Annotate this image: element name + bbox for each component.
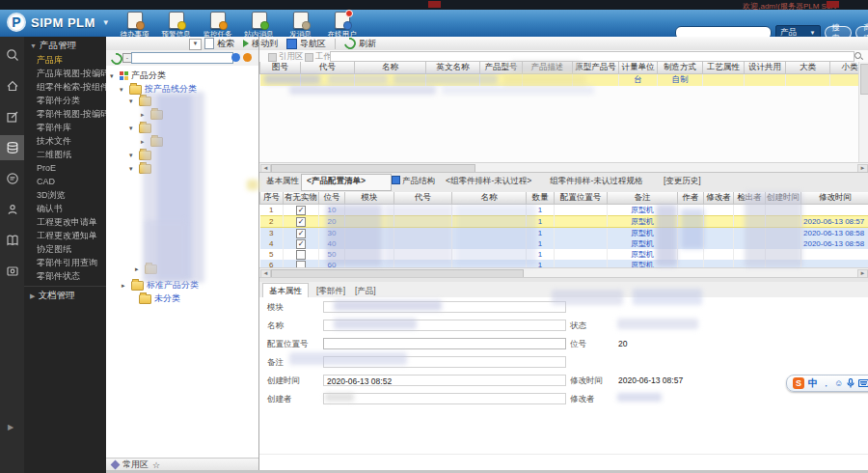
sidebar-section-documents[interactable]: ▶文档管理 bbox=[24, 286, 106, 303]
search-icon[interactable] bbox=[854, 52, 863, 61]
column-header[interactable]: 代号 bbox=[301, 62, 355, 74]
mid-tab-2[interactable]: <产品配置清单> bbox=[307, 176, 366, 187]
alert-doc-icon bbox=[169, 12, 184, 29]
titlebar-close-icon[interactable] bbox=[827, 1, 839, 8]
column-header[interactable]: 作者 bbox=[678, 192, 704, 205]
mid-tab-6[interactable]: [变更历史] bbox=[664, 176, 701, 187]
cell bbox=[704, 238, 734, 249]
column-header[interactable]: 代号 bbox=[394, 192, 452, 205]
tree-search-go-icon[interactable] bbox=[231, 53, 240, 62]
rail-home-icon[interactable] bbox=[0, 73, 24, 98]
column-header[interactable]: 名称 bbox=[452, 192, 527, 205]
quick-filter-input[interactable] bbox=[330, 51, 854, 62]
column-header[interactable]: 名称 bbox=[355, 62, 426, 74]
rail-media-icon[interactable] bbox=[0, 259, 24, 284]
column-header[interactable]: 修改时间 bbox=[801, 192, 868, 205]
sogou-logo-icon[interactable]: S bbox=[793, 377, 804, 389]
field-value: 2020-06-13 08:52 bbox=[323, 375, 566, 386]
sidebar-menu-item[interactable]: 3D浏览 bbox=[24, 188, 106, 202]
sidebar-menu-item[interactable]: 工程更改通知单 bbox=[24, 229, 106, 242]
header-nav-mail-sync[interactable]: 站内消息 bbox=[238, 12, 280, 40]
checkbox-checked[interactable]: ✓ bbox=[296, 217, 306, 227]
column-header[interactable]: 工艺属性 bbox=[703, 62, 745, 74]
column-header[interactable]: 序号 bbox=[260, 192, 284, 205]
logo-chevron-down-icon[interactable]: ▼ bbox=[102, 18, 110, 27]
vertical-scrollbar[interactable] bbox=[858, 62, 868, 162]
tree-root-product-classification[interactable]: ▾产品分类 bbox=[110, 70, 166, 82]
tree-filter-icon[interactable] bbox=[243, 53, 252, 62]
sidebar-menu-item[interactable]: 零部件引用查询 bbox=[24, 256, 106, 269]
punctuation-icon[interactable]: ， bbox=[822, 377, 830, 390]
refresh-icon[interactable] bbox=[111, 53, 122, 65]
sidebar-menu-item[interactable]: 工程更改申请单 bbox=[24, 215, 106, 229]
scrollbar-thumb[interactable] bbox=[860, 64, 868, 95]
column-header[interactable]: 模块 bbox=[345, 192, 394, 205]
rail-expander-arrow-icon[interactable]: ▶ bbox=[8, 423, 14, 431]
sidebar-menu-item[interactable]: 技术文件 bbox=[24, 134, 106, 148]
tab-product[interactable]: [产品] bbox=[355, 286, 376, 297]
ime-language-mode[interactable]: 中 bbox=[808, 376, 818, 390]
config-position-input[interactable] bbox=[323, 338, 566, 349]
mid-tab-5[interactable]: 组零件排样-未认过程规格 bbox=[550, 176, 642, 187]
collapse-panel-button[interactable]: ▼ bbox=[189, 39, 202, 50]
sidebar-menu-item[interactable]: 确认书 bbox=[24, 202, 106, 215]
sidebar-menu-item[interactable]: 二维图纸 bbox=[24, 148, 106, 161]
checkbox-checked[interactable]: ✓ bbox=[296, 229, 306, 238]
tree-node-unclassified[interactable]: 未分类 bbox=[129, 292, 180, 305]
sidebar-menu-item[interactable]: 零部件库 bbox=[24, 121, 106, 134]
mid-tab-4[interactable]: <组零件排样-未认过程> bbox=[446, 176, 531, 187]
rail-browse-icon[interactable] bbox=[0, 42, 24, 68]
toolbar-button-2[interactable]: 移动到 bbox=[243, 38, 278, 50]
cell: 2020-06-13 08:57 bbox=[801, 216, 868, 228]
toolbar-button-4[interactable]: 刷新 bbox=[344, 38, 376, 50]
column-header[interactable]: 图号 bbox=[260, 62, 301, 74]
sidebar-menu-item[interactable]: 组零件检索-按组件图标注 bbox=[24, 80, 106, 94]
header-nav-alert-doc[interactable]: 预警信息 bbox=[155, 12, 197, 40]
sidebar-menu-item[interactable]: 零部件状态 bbox=[24, 269, 106, 283]
checkbox-checked[interactable]: ✓ bbox=[296, 239, 306, 249]
sidebar-menu-item[interactable]: ProE bbox=[24, 161, 106, 175]
rail-database-icon[interactable] bbox=[0, 135, 24, 160]
header-nav-clipboard[interactable]: 待办事项 bbox=[114, 12, 155, 40]
column-header[interactable]: 设计共用 bbox=[745, 62, 786, 74]
column-header[interactable]: 数量 bbox=[527, 192, 555, 205]
sidebar-menu-item[interactable]: 零部件视图-按编码浏览 bbox=[24, 107, 106, 121]
tab-parts[interactable]: [零部件] bbox=[316, 286, 345, 297]
column-header[interactable]: 有无实物 bbox=[284, 192, 319, 205]
toolbar-button-1[interactable]: 检索 bbox=[204, 38, 234, 50]
column-header[interactable]: 大类 bbox=[786, 62, 830, 74]
microphone-icon[interactable] bbox=[847, 378, 854, 388]
keyboard-icon[interactable] bbox=[858, 379, 868, 387]
column-header[interactable]: 英文名称 bbox=[426, 62, 480, 74]
rail-book-icon[interactable] bbox=[0, 228, 24, 253]
favorites-bar[interactable]: 常用区 ☆ bbox=[106, 458, 258, 471]
column-header[interactable]: 配置位置号 bbox=[555, 192, 608, 205]
header-nav-clock-doc[interactable]: 监控任务 bbox=[197, 12, 238, 40]
mid-tab-3[interactable]: 产品结构 bbox=[392, 176, 435, 187]
checkbox-checked[interactable]: ✓ bbox=[296, 206, 306, 215]
sidebar-menu-item[interactable]: 协定图纸 bbox=[24, 242, 106, 256]
toolbar-separator bbox=[335, 39, 336, 49]
rail-support-icon[interactable] bbox=[0, 197, 24, 222]
toolbar-button-3[interactable]: 导航区 bbox=[286, 38, 326, 50]
sidebar-menu-item[interactable]: 产品库 bbox=[24, 53, 106, 67]
ime-toolbar[interactable]: S 中 ， ☺ bbox=[786, 375, 868, 392]
rail-edit-icon[interactable] bbox=[0, 104, 24, 129]
header-nav-users[interactable]: 在线用户 bbox=[321, 12, 363, 40]
column-header[interactable]: 备注 bbox=[608, 192, 678, 205]
sidebar-menu-item[interactable]: CAD bbox=[24, 175, 106, 188]
sidebar-section-product-management[interactable]: ▼产品管理 bbox=[24, 37, 106, 53]
column-header[interactable]: 修改者 bbox=[704, 192, 734, 205]
emoji-icon[interactable]: ☺ bbox=[834, 378, 843, 388]
column-header[interactable]: 计量单位 bbox=[619, 62, 658, 74]
sidebar-menu-item[interactable]: 零部件分类 bbox=[24, 94, 106, 107]
app-logo[interactable]: P SIPM PLM ▼ bbox=[7, 13, 110, 32]
mid-tab-1[interactable]: 基本属性 bbox=[266, 176, 299, 187]
sidebar-menu-item[interactable]: 产品库视图-按编码浏览 bbox=[24, 67, 106, 80]
column-header[interactable]: 制造方式 bbox=[658, 62, 703, 74]
checkbox-unchecked[interactable] bbox=[296, 250, 306, 260]
rail-chat-icon[interactable] bbox=[0, 166, 24, 191]
header-nav-mail[interactable]: 发消息 bbox=[280, 12, 321, 40]
tree-search-input[interactable] bbox=[131, 52, 233, 64]
column-header[interactable]: 位号 bbox=[319, 192, 345, 205]
